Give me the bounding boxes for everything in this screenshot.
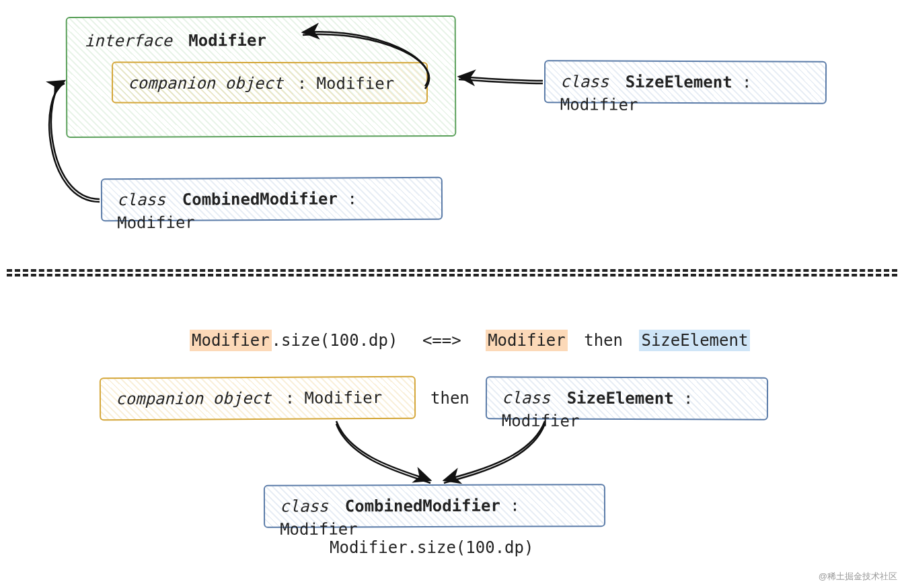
then-label: then	[430, 389, 469, 408]
companion-keyword-b: companion object	[116, 389, 271, 408]
class-name-b: SizeElement	[567, 389, 674, 408]
combined-modifier-box-top: class CombinedModifier : Modifier	[101, 177, 443, 222]
companion-object-box-bottom: companion object : Modifier	[100, 376, 416, 420]
companion-object-box: companion object : Modifier	[112, 61, 428, 104]
result-expression: Modifier.size(100.dp)	[330, 538, 533, 557]
class-name: SizeElement	[626, 73, 732, 92]
interface-modifier-box: interface Modifier companion object : Mo…	[66, 15, 457, 138]
watermark-text: @稀土掘金技术社区	[819, 571, 897, 583]
class-name: CombinedModifier	[182, 189, 338, 209]
size-element-box-bottom: class SizeElement : Modifier	[486, 376, 768, 420]
class-keyword: class	[560, 72, 609, 91]
interface-name: Modifier	[188, 31, 266, 50]
combined-modifier-box-bottom: class CombinedModifier : Modifier	[264, 484, 605, 528]
expr-size-call: .size(100.dp)	[272, 331, 398, 350]
class-keyword-b: class	[502, 388, 550, 407]
companion-type-b: : Modifier	[285, 388, 383, 408]
companion-keyword: companion object	[128, 73, 283, 92]
expr-then: then	[584, 331, 623, 350]
companion-type: : Modifier	[297, 74, 395, 93]
expr-rhs-modifier: Modifier	[486, 330, 568, 351]
expr-modifier-hl: Modifier	[190, 330, 272, 351]
expr-equiv: <==>	[422, 331, 461, 350]
interface-keyword: interface	[85, 31, 172, 50]
expression-line: Modifier.size(100.dp) <==> Modifier then…	[190, 331, 750, 350]
class-keyword-c: class	[280, 497, 328, 516]
section-divider	[0, 269, 904, 277]
expr-sizeelement: SizeElement	[639, 330, 750, 351]
class-name-c: CombinedModifier	[345, 497, 500, 516]
class-keyword: class	[117, 190, 165, 209]
size-element-box-top: class SizeElement : Modifier	[544, 60, 827, 104]
